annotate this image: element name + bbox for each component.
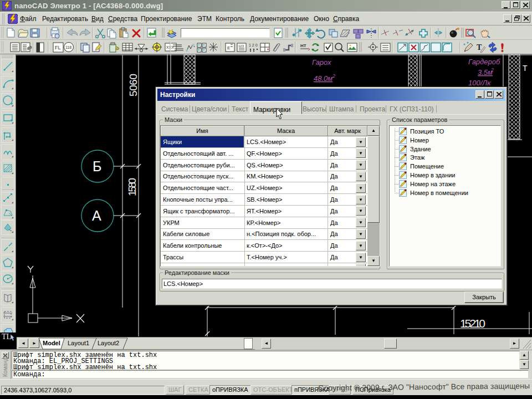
svg-text:100/Лк: 100/Лк (468, 79, 491, 87)
svg-text:118: 118 (65, 45, 71, 49)
svg-text:Гарох: Гарох (312, 58, 331, 66)
svg-text:3.5м: 3.5м (478, 68, 493, 76)
svg-text:А: А (92, 208, 101, 223)
svg-text:Т: Т (523, 64, 528, 73)
svg-text:15210: 15210 (460, 317, 485, 330)
svg-text:2: 2 (490, 67, 494, 73)
svg-text:Гардероб: Гардероб (468, 58, 500, 66)
svg-text:5060: 5060 (127, 74, 139, 96)
svg-text:Б: Б (93, 158, 101, 174)
svg-text:T: T (477, 43, 482, 52)
svg-text:НТ: НТ (300, 43, 306, 48)
svg-text:123: 123 (238, 44, 244, 48)
svg-text:E: E (227, 45, 230, 50)
svg-text:1 2 0: 1 2 0 (249, 43, 258, 47)
svg-text:1580: 1580 (126, 178, 138, 196)
svg-text:2: 2 (332, 73, 335, 79)
svg-text:FL: FL (55, 45, 61, 50)
svg-text:48.0м: 48.0м (314, 74, 332, 83)
